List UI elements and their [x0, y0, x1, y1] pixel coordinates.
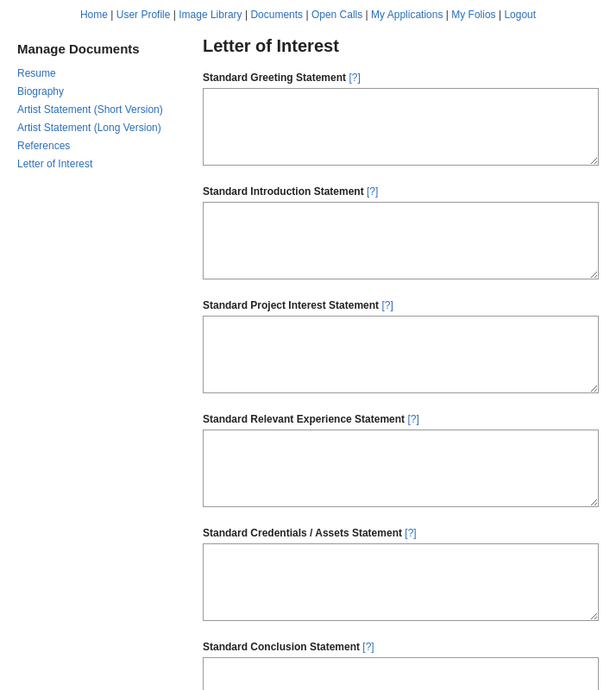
sidebar-item[interactable]: Biography	[17, 85, 177, 97]
textarea-introduction[interactable]	[203, 202, 599, 279]
label-project-interest: Standard Project Interest Statement [?]	[203, 299, 599, 311]
help-link-conclusion[interactable]: [?]	[362, 641, 374, 653]
label-relevant-experience: Standard Relevant Experience Statement […	[203, 413, 599, 425]
nav-link-my-folios[interactable]: My Folios	[451, 9, 495, 21]
label-conclusion: Standard Conclusion Statement [?]	[203, 641, 599, 653]
textarea-credentials[interactable]	[203, 543, 599, 621]
nav-link-home[interactable]: Home	[80, 9, 108, 21]
textarea-greeting[interactable]	[203, 88, 599, 166]
help-link-credentials[interactable]: [?]	[405, 527, 416, 539]
section-credentials: Standard Credentials / Assets Statement …	[203, 527, 599, 624]
label-introduction: Standard Introduction Statement [?]	[203, 185, 599, 198]
sidebar-item[interactable]: Artist Statement (Short Version)	[17, 103, 177, 116]
sidebar-link[interactable]: Resume	[17, 67, 56, 79]
help-link-introduction[interactable]: [?]	[367, 185, 378, 198]
label-greeting: Standard Greeting Statement [?]	[203, 72, 599, 84]
nav-link-my-applications[interactable]: My Applications	[371, 9, 443, 21]
section-project-interest: Standard Project Interest Statement [?]	[203, 299, 599, 396]
help-link-greeting[interactable]: [?]	[349, 72, 360, 84]
sidebar-link[interactable]: References	[17, 140, 70, 152]
label-credentials: Standard Credentials / Assets Statement …	[203, 527, 599, 539]
textarea-project-interest[interactable]	[203, 316, 599, 393]
sidebar-link[interactable]: Artist Statement (Long Version)	[17, 122, 161, 134]
sidebar: Manage Documents ResumeBiographyArtist S…	[17, 36, 177, 690]
help-link-relevant-experience[interactable]: [?]	[407, 413, 418, 425]
nav-link-documents[interactable]: Documents	[250, 9, 303, 21]
nav-link-user-profile[interactable]: User Profile	[116, 9, 171, 21]
sidebar-link[interactable]: Artist Statement (Short Version)	[17, 104, 163, 116]
sidebar-heading: Manage Documents	[17, 41, 177, 56]
sidebar-item[interactable]: Letter of Interest	[17, 157, 177, 170]
sidebar-link[interactable]: Biography	[17, 85, 64, 97]
textarea-relevant-experience[interactable]	[203, 430, 599, 507]
sidebar-link[interactable]: Letter of Interest	[17, 158, 92, 170]
textarea-conclusion[interactable]	[203, 657, 599, 690]
nav-link-logout[interactable]: Logout	[504, 9, 536, 21]
nav-link-open-calls[interactable]: Open Calls	[311, 9, 362, 21]
top-nav: Home | User Profile | Image Library | Do…	[0, 0, 616, 28]
help-link-project-interest[interactable]: [?]	[381, 299, 393, 311]
page-title: Letter of Interest	[203, 36, 599, 56]
sidebar-item[interactable]: Artist Statement (Long Version)	[17, 121, 177, 134]
section-conclusion: Standard Conclusion Statement [?]	[203, 641, 599, 690]
sidebar-item[interactable]: References	[17, 139, 177, 152]
sidebar-nav: ResumeBiographyArtist Statement (Short V…	[17, 66, 177, 170]
section-introduction: Standard Introduction Statement [?]	[203, 185, 599, 282]
section-relevant-experience: Standard Relevant Experience Statement […	[203, 413, 599, 510]
nav-link-image-library[interactable]: Image Library	[179, 9, 242, 21]
main-content: Letter of Interest Standard Greeting Sta…	[177, 36, 599, 690]
section-greeting: Standard Greeting Statement [?]	[203, 72, 599, 168]
sidebar-item[interactable]: Resume	[17, 66, 177, 79]
